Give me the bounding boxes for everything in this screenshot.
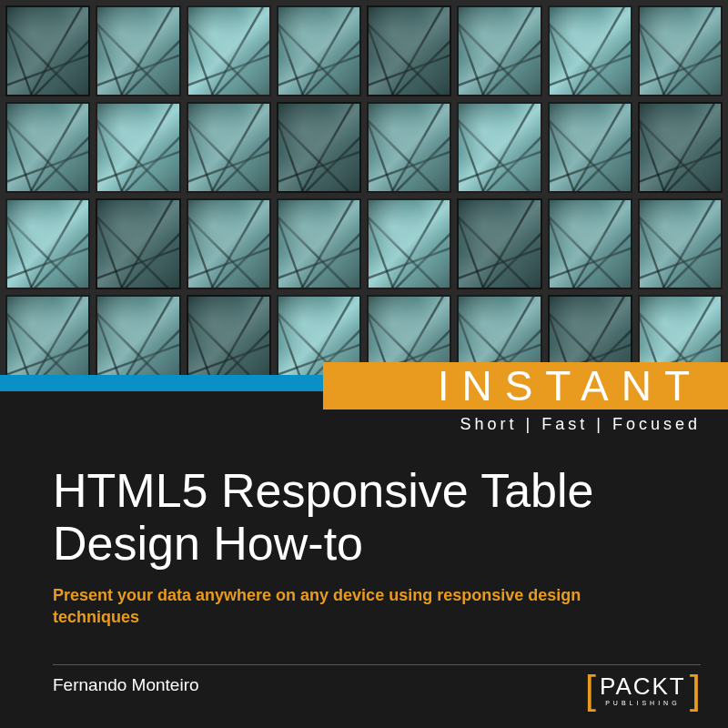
- tile: [367, 5, 451, 96]
- tile: [638, 5, 723, 96]
- series-label: INSTANT: [438, 361, 703, 410]
- cover-art-grid: [0, 0, 728, 391]
- bracket-left-icon: [: [585, 670, 596, 710]
- tile: [5, 102, 90, 193]
- publisher-name: PACKT: [600, 674, 686, 698]
- tile: [187, 295, 271, 386]
- tile: [457, 5, 541, 96]
- tile: [457, 198, 541, 289]
- tile: [96, 198, 180, 289]
- tile: [277, 5, 361, 96]
- book-title: HTML5 Responsive Table Design How-to: [53, 464, 692, 570]
- tile: [638, 198, 723, 289]
- book-subtitle: Present your data anywhere on any device…: [53, 584, 619, 629]
- publisher-logo: [ PACKT PUBLISHING ]: [585, 670, 701, 710]
- tile: [5, 198, 90, 289]
- series-tagline: Short | Fast | Focused: [460, 415, 701, 434]
- publisher-text: PACKT PUBLISHING: [600, 674, 686, 706]
- tile: [187, 198, 271, 289]
- series-band: INSTANT: [323, 362, 728, 410]
- tile: [5, 295, 90, 386]
- tile: [367, 102, 451, 193]
- tile: [277, 102, 361, 193]
- tile: [96, 102, 180, 193]
- tile: [187, 5, 271, 96]
- bracket-right-icon: ]: [690, 670, 701, 710]
- divider: [53, 664, 701, 665]
- tile: [96, 295, 180, 386]
- tile: [96, 5, 180, 96]
- tile: [638, 102, 723, 193]
- tile: [277, 198, 361, 289]
- tile: [367, 198, 451, 289]
- tile: [548, 5, 632, 96]
- publisher-sub: PUBLISHING: [605, 700, 680, 706]
- tile: [457, 102, 541, 193]
- tile: [187, 102, 271, 193]
- tile: [548, 198, 632, 289]
- author-name: Fernando Monteiro: [53, 675, 199, 695]
- accent-bar: [0, 375, 337, 391]
- tile: [5, 5, 90, 96]
- book-cover: INSTANT Short | Fast | Focused HTML5 Res…: [0, 0, 728, 728]
- tile: [548, 102, 632, 193]
